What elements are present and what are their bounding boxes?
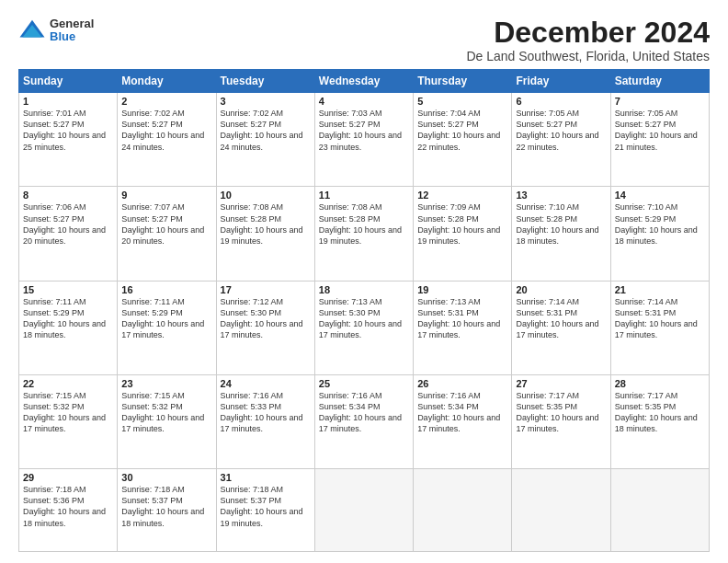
calendar-week-row: 29 Sunrise: 7:18 AMSunset: 5:36 PMDaylig… — [19, 469, 710, 552]
calendar-day-cell: 10 Sunrise: 7:08 AMSunset: 5:28 PMDaylig… — [216, 187, 314, 281]
calendar-day-cell: 8 Sunrise: 7:06 AMSunset: 5:27 PMDayligh… — [19, 187, 118, 281]
day-info: Sunrise: 7:05 AMSunset: 5:27 PMDaylight:… — [615, 109, 698, 151]
day-number: 11 — [319, 190, 409, 201]
day-info: Sunrise: 7:10 AMSunset: 5:29 PMDaylight:… — [615, 202, 698, 245]
calendar-day-cell — [414, 469, 512, 552]
day-info: Sunrise: 7:04 AMSunset: 5:27 PMDaylight:… — [417, 109, 500, 151]
day-info: Sunrise: 7:14 AMSunset: 5:31 PMDaylight:… — [615, 297, 698, 339]
day-number: 28 — [615, 378, 705, 389]
calendar-day-cell: 29 Sunrise: 7:18 AMSunset: 5:36 PMDaylig… — [19, 469, 118, 552]
day-info: Sunrise: 7:13 AMSunset: 5:30 PMDaylight:… — [319, 297, 402, 339]
day-number: 16 — [121, 284, 211, 295]
logo-general: General — [50, 17, 94, 30]
calendar-day-cell: 24 Sunrise: 7:16 AMSunset: 5:33 PMDaylig… — [216, 374, 314, 468]
day-number: 13 — [516, 190, 606, 201]
calendar-header-cell: Tuesday — [216, 70, 314, 93]
calendar-day-cell: 3 Sunrise: 7:02 AMSunset: 5:27 PMDayligh… — [216, 93, 314, 187]
day-info: Sunrise: 7:11 AMSunset: 5:29 PMDaylight:… — [121, 297, 204, 339]
day-number: 26 — [417, 378, 507, 389]
logo-blue: Blue — [50, 30, 94, 43]
calendar-day-cell: 7 Sunrise: 7:05 AMSunset: 5:27 PMDayligh… — [610, 93, 709, 187]
day-number: 6 — [516, 96, 606, 107]
calendar-day-cell: 25 Sunrise: 7:16 AMSunset: 5:34 PMDaylig… — [314, 374, 413, 468]
calendar-day-cell: 9 Sunrise: 7:07 AMSunset: 5:27 PMDayligh… — [118, 187, 216, 281]
calendar-day-cell: 1 Sunrise: 7:01 AMSunset: 5:27 PMDayligh… — [19, 93, 118, 187]
calendar-day-cell: 30 Sunrise: 7:18 AMSunset: 5:37 PMDaylig… — [118, 469, 216, 552]
day-number: 24 — [221, 378, 311, 389]
calendar-day-cell: 12 Sunrise: 7:09 AMSunset: 5:28 PMDaylig… — [414, 187, 512, 281]
calendar-day-cell: 19 Sunrise: 7:13 AMSunset: 5:31 PMDaylig… — [414, 281, 512, 374]
calendar-day-cell: 28 Sunrise: 7:17 AMSunset: 5:35 PMDaylig… — [610, 374, 709, 468]
calendar-week-row: 8 Sunrise: 7:06 AMSunset: 5:27 PMDayligh… — [19, 187, 710, 281]
calendar-header-cell: Thursday — [414, 70, 512, 93]
calendar-day-cell — [314, 469, 413, 552]
day-info: Sunrise: 7:02 AMSunset: 5:27 PMDaylight:… — [221, 109, 303, 151]
calendar-day-cell: 2 Sunrise: 7:02 AMSunset: 5:27 PMDayligh… — [118, 93, 216, 187]
calendar-day-cell — [512, 469, 610, 552]
calendar-day-cell: 14 Sunrise: 7:10 AMSunset: 5:29 PMDaylig… — [610, 187, 709, 281]
day-info: Sunrise: 7:13 AMSunset: 5:31 PMDaylight:… — [417, 297, 500, 339]
day-number: 29 — [23, 472, 113, 483]
day-info: Sunrise: 7:14 AMSunset: 5:31 PMDaylight:… — [516, 297, 598, 339]
header: General Blue December 2024 De Land South… — [18, 17, 710, 63]
calendar-day-cell: 31 Sunrise: 7:18 AMSunset: 5:37 PMDaylig… — [216, 469, 314, 552]
day-number: 4 — [319, 96, 409, 107]
day-info: Sunrise: 7:16 AMSunset: 5:34 PMDaylight:… — [417, 391, 500, 433]
day-info: Sunrise: 7:16 AMSunset: 5:33 PMDaylight:… — [221, 391, 303, 433]
day-number: 17 — [221, 284, 311, 295]
day-number: 23 — [121, 378, 211, 389]
calendar-day-cell: 20 Sunrise: 7:14 AMSunset: 5:31 PMDaylig… — [512, 281, 610, 374]
calendar-header-cell: Monday — [118, 70, 216, 93]
day-number: 5 — [417, 96, 507, 107]
calendar-day-cell: 5 Sunrise: 7:04 AMSunset: 5:27 PMDayligh… — [414, 93, 512, 187]
day-number: 19 — [417, 284, 507, 295]
day-info: Sunrise: 7:16 AMSunset: 5:34 PMDaylight:… — [319, 391, 402, 433]
calendar-week-row: 22 Sunrise: 7:15 AMSunset: 5:32 PMDaylig… — [19, 374, 710, 468]
day-number: 18 — [319, 284, 409, 295]
day-number: 12 — [417, 190, 507, 201]
day-number: 10 — [221, 190, 311, 201]
calendar-header-cell: Saturday — [610, 70, 709, 93]
day-number: 15 — [23, 284, 113, 295]
calendar-day-cell: 16 Sunrise: 7:11 AMSunset: 5:29 PMDaylig… — [118, 281, 216, 374]
calendar-header-cell: Friday — [512, 70, 610, 93]
day-info: Sunrise: 7:18 AMSunset: 5:36 PMDaylight:… — [23, 485, 106, 527]
calendar-header-row: SundayMondayTuesdayWednesdayThursdayFrid… — [19, 70, 710, 93]
calendar-day-cell: 6 Sunrise: 7:05 AMSunset: 5:27 PMDayligh… — [512, 93, 610, 187]
page: General Blue December 2024 De Land South… — [0, 0, 728, 563]
title-block: December 2024 De Land Southwest, Florida… — [466, 17, 710, 63]
day-info: Sunrise: 7:12 AMSunset: 5:30 PMDaylight:… — [221, 297, 303, 339]
day-number: 31 — [221, 472, 311, 483]
day-number: 30 — [121, 472, 211, 483]
calendar-header-cell: Sunday — [19, 70, 118, 93]
day-number: 1 — [23, 96, 113, 107]
day-info: Sunrise: 7:08 AMSunset: 5:28 PMDaylight:… — [221, 202, 303, 245]
day-number: 8 — [23, 190, 113, 201]
day-info: Sunrise: 7:07 AMSunset: 5:27 PMDaylight:… — [121, 202, 204, 245]
calendar: SundayMondayTuesdayWednesdayThursdayFrid… — [18, 69, 710, 552]
calendar-day-cell: 22 Sunrise: 7:15 AMSunset: 5:32 PMDaylig… — [19, 374, 118, 468]
day-number: 9 — [121, 190, 211, 201]
calendar-day-cell: 13 Sunrise: 7:10 AMSunset: 5:28 PMDaylig… — [512, 187, 610, 281]
day-info: Sunrise: 7:15 AMSunset: 5:32 PMDaylight:… — [23, 391, 106, 433]
calendar-header-cell: Wednesday — [314, 70, 413, 93]
calendar-week-row: 15 Sunrise: 7:11 AMSunset: 5:29 PMDaylig… — [19, 281, 710, 374]
day-info: Sunrise: 7:15 AMSunset: 5:32 PMDaylight:… — [121, 391, 204, 433]
calendar-body: 1 Sunrise: 7:01 AMSunset: 5:27 PMDayligh… — [19, 93, 710, 552]
calendar-day-cell: 15 Sunrise: 7:11 AMSunset: 5:29 PMDaylig… — [19, 281, 118, 374]
calendar-day-cell: 18 Sunrise: 7:13 AMSunset: 5:30 PMDaylig… — [314, 281, 413, 374]
day-info: Sunrise: 7:06 AMSunset: 5:27 PMDaylight:… — [23, 202, 106, 245]
day-number: 22 — [23, 378, 113, 389]
logo-icon — [18, 17, 46, 44]
day-number: 2 — [121, 96, 211, 107]
subtitle: De Land Southwest, Florida, United State… — [466, 49, 710, 63]
day-info: Sunrise: 7:17 AMSunset: 5:35 PMDaylight:… — [516, 391, 598, 433]
main-title: December 2024 — [466, 17, 710, 49]
day-info: Sunrise: 7:17 AMSunset: 5:35 PMDaylight:… — [615, 391, 698, 433]
calendar-day-cell: 17 Sunrise: 7:12 AMSunset: 5:30 PMDaylig… — [216, 281, 314, 374]
calendar-week-row: 1 Sunrise: 7:01 AMSunset: 5:27 PMDayligh… — [19, 93, 710, 187]
calendar-day-cell — [610, 469, 709, 552]
calendar-day-cell: 26 Sunrise: 7:16 AMSunset: 5:34 PMDaylig… — [414, 374, 512, 468]
day-number: 25 — [319, 378, 409, 389]
day-info: Sunrise: 7:01 AMSunset: 5:27 PMDaylight:… — [23, 109, 106, 151]
